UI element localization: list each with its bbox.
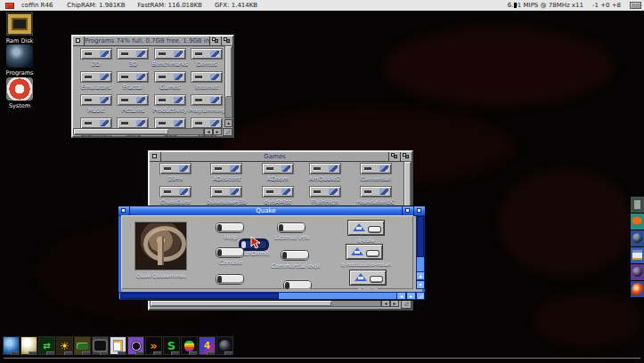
vertical-scrollbar[interactable]: ▴ ▾ — [416, 215, 425, 289]
drawer-icon — [118, 118, 148, 128]
menubar-right: 6.91 MIPS @ 78MHz x11 -1 +0 +8 — [508, 2, 644, 9]
commercial-label: Commercial expl — [265, 262, 326, 270]
scroll-knob[interactable] — [225, 46, 232, 97]
scroll-right-icon[interactable]: ▸ — [406, 292, 416, 300]
drawer-emulators[interactable]: Emulators — [77, 72, 115, 91]
drawer-flyinhigh[interactable]: FlyinHigh — [309, 187, 341, 206]
text-document-icon[interactable] — [110, 336, 126, 355]
drawer-programming[interactable]: Programming — [189, 95, 226, 114]
drawer-internet[interactable]: Internet — [189, 72, 226, 91]
creature-icon[interactable] — [631, 281, 644, 297]
drawer-music[interactable]: Music — [77, 95, 115, 114]
depth-gadget-icon[interactable] — [221, 36, 232, 45]
project-label: q-nocdaudio-nolan — [329, 261, 404, 267]
horizontal-scrollbar[interactable] — [73, 128, 204, 135]
workbench-logo-icon[interactable] — [5, 3, 14, 9]
console-tool-icon[interactable] — [216, 248, 243, 257]
orange-tv-icon[interactable] — [631, 214, 644, 230]
project-qcafe-icon[interactable] — [348, 221, 384, 235]
quake-preview-image[interactable] — [135, 222, 186, 270]
right-icon-strip — [631, 197, 644, 298]
drawer-foundationdc[interactable]: FoundationDC — [357, 187, 395, 206]
drawer-fractal[interactable]: Fractal — [115, 72, 152, 91]
close-gadget-icon[interactable] — [73, 36, 85, 45]
drawer-dukenukem3d[interactable]: DukeNukem3D — [207, 187, 247, 206]
fast-forward-icon[interactable]: » — [145, 336, 162, 355]
scroll-up-icon[interactable]: ▴ — [224, 119, 232, 127]
scroll-knob[interactable] — [151, 301, 331, 306]
rainbow-apple-icon[interactable] — [181, 336, 198, 355]
horizontal-scrollbar[interactable] — [150, 300, 381, 307]
commercial-tool-icon[interactable] — [281, 251, 308, 260]
scroll-left-icon[interactable]: ◂ — [381, 300, 390, 307]
desktop-icon-programs[interactable]: Programs — [0, 44, 39, 77]
scroll-knob[interactable] — [417, 216, 424, 257]
scroll-up-icon[interactable]: ▴ — [416, 271, 425, 280]
drawer-amquake2[interactable]: AmQuake2 — [309, 164, 341, 182]
vertical-scrollbar[interactable] — [224, 45, 232, 118]
drawer-productivity[interactable]: Productivity — [151, 95, 189, 114]
desktop-icon-ramdisk[interactable]: Ram Disk — [0, 12, 39, 44]
project-nocdaudio-icon[interactable] — [346, 245, 382, 259]
drawer-19hx[interactable]: 19Hx — [160, 164, 191, 182]
drawer-pictures[interactable]: Pictures — [115, 95, 152, 114]
cutoff-tool-icon[interactable] — [284, 281, 311, 289]
desktop-icon-system[interactable]: System — [0, 77, 39, 109]
console-label: Console — [212, 259, 249, 266]
desktop-texture — [534, 294, 641, 347]
scroll-right-icon[interactable]: ▸ — [213, 128, 222, 135]
scroll-right-icon[interactable]: ▸ — [390, 300, 399, 307]
resize-gadget-icon[interactable]: ◿ — [401, 300, 412, 309]
drawer-dynamite[interactable]: dynAMIte — [263, 187, 293, 206]
drawer-adescent[interactable]: ADescent — [207, 164, 247, 182]
emulator-icon[interactable]: 4 — [199, 336, 216, 355]
window-title: Games — [161, 152, 388, 161]
drawer-cannonball[interactable]: CannonBall — [357, 164, 395, 182]
scroll-knob[interactable] — [120, 293, 279, 299]
desktop-texture — [499, 169, 632, 276]
floppy-disk-icon[interactable] — [631, 247, 644, 263]
scroll-left-icon[interactable]: ◂ — [204, 128, 213, 135]
drawer-adoom[interactable]: ADoom — [263, 164, 293, 182]
web-globe-icon[interactable] — [3, 336, 20, 355]
help-tool-icon[interactable] — [216, 223, 243, 232]
resize-gadget-icon[interactable]: ◿ — [223, 128, 232, 136]
dock: ⇄ ☀ » S 4 — [3, 336, 234, 355]
zoom-gadget-icon[interactable] — [388, 152, 400, 161]
black-monitor-icon[interactable] — [92, 336, 109, 355]
scroll-knob[interactable] — [74, 129, 168, 134]
purple-ball-icon[interactable] — [631, 264, 644, 280]
programs-titlebar[interactable]: Programs 74% full, 0.7GB free, 1.9GB in … — [73, 36, 232, 46]
gamepad-icon[interactable] — [74, 336, 91, 355]
cutoff-tool-icon[interactable] — [216, 275, 243, 284]
resize-gadget-icon[interactable]: ◿ — [416, 292, 425, 300]
drawer-icon — [118, 49, 148, 59]
zoom-gadget-icon[interactable] — [402, 206, 413, 215]
light-sphere-icon[interactable] — [20, 336, 37, 355]
monitor-icon[interactable] — [631, 197, 644, 213]
drawer-demos[interactable]: Demos — [189, 49, 226, 68]
depth-gadget-icon[interactable] — [413, 206, 425, 215]
games-titlebar[interactable]: Games — [150, 152, 412, 162]
sun-icon[interactable]: ☀ — [56, 336, 73, 355]
scroll-left-icon[interactable]: ◂ — [396, 292, 406, 300]
horizontal-scrollbar[interactable]: ◂ ▸ — [118, 292, 416, 300]
drawer-chaosgunz[interactable]: ChaosGunz — [160, 187, 191, 206]
depth-gadget-icon[interactable] — [400, 152, 412, 161]
project-qnolan-icon[interactable] — [350, 270, 386, 285]
close-gadget-icon[interactable] — [118, 206, 130, 215]
license-tool-icon[interactable] — [278, 223, 305, 232]
drawer-3d[interactable]: 3D — [115, 49, 152, 68]
drawer-2d[interactable]: 2D — [77, 49, 115, 68]
drawer-games[interactable]: Games — [151, 72, 189, 91]
dark-sphere-icon[interactable] — [216, 336, 233, 355]
zoom-gadget-icon[interactable] — [209, 36, 221, 45]
scummvm-icon[interactable]: S — [163, 336, 180, 355]
green-arrows-icon[interactable]: ⇄ — [38, 336, 55, 355]
blue-ball-icon[interactable] — [631, 230, 644, 246]
close-gadget-icon[interactable] — [150, 152, 161, 161]
screen-depth-icon[interactable] — [630, 2, 641, 9]
drawer-benchmarks[interactable]: Benchmarks — [151, 49, 189, 68]
scroll-down-icon[interactable]: ▾ — [416, 280, 425, 289]
purple-disc-icon[interactable] — [127, 336, 144, 355]
